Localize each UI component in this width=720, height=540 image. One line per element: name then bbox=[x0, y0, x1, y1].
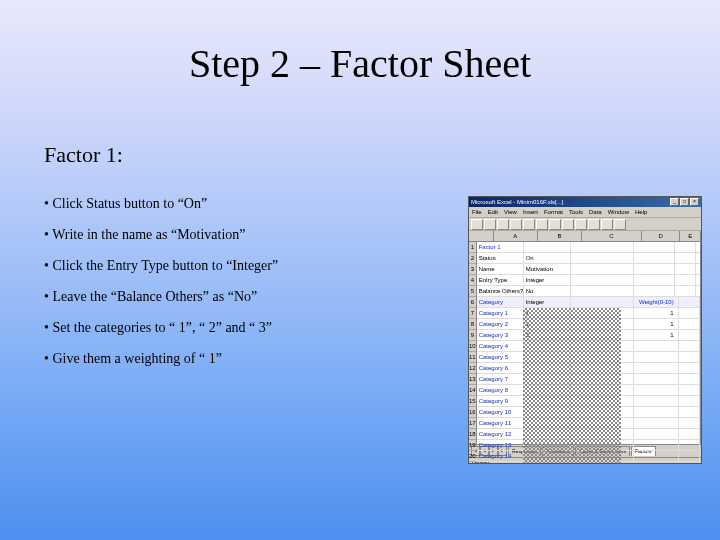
category-label[interactable]: Category 6 bbox=[477, 363, 524, 373]
bullet-list: • Click Status button to “On” • Write in… bbox=[44, 196, 404, 382]
toolbar-button[interactable] bbox=[523, 219, 535, 230]
category-label[interactable]: Category 8 bbox=[477, 385, 524, 395]
toolbar-button[interactable] bbox=[471, 219, 483, 230]
vertical-scrollbar[interactable]: ▴ ▾ bbox=[700, 242, 702, 444]
row-header[interactable]: 19 bbox=[469, 440, 476, 451]
row-header[interactable]: 1 bbox=[469, 242, 476, 253]
category-col-label[interactable]: Category bbox=[477, 297, 524, 307]
toolbar-button[interactable] bbox=[510, 219, 522, 230]
prop-value[interactable]: Motivation bbox=[524, 264, 571, 274]
row-header[interactable]: 4 bbox=[469, 275, 476, 286]
row-header[interactable]: 7 bbox=[469, 308, 476, 319]
column-headers: A B C D E bbox=[469, 231, 701, 242]
row-header[interactable]: 16 bbox=[469, 407, 476, 418]
category-label[interactable]: Category 5 bbox=[477, 352, 524, 362]
menu-tools[interactable]: Tools bbox=[569, 209, 583, 215]
prop-value[interactable]: No bbox=[524, 286, 571, 296]
toolbar-button[interactable] bbox=[484, 219, 496, 230]
menu-file[interactable]: File bbox=[472, 209, 482, 215]
category-value[interactable]: 1 bbox=[524, 308, 571, 318]
grid-body: 1 2 3 4 5 6 7 8 9 10 11 12 13 14 15 16 1… bbox=[469, 242, 701, 444]
row-header[interactable]: 17 bbox=[469, 418, 476, 429]
embedded-screenshot: Microsoft Excel - Minim016F.xls[...] _ □… bbox=[468, 196, 702, 464]
col-header-a[interactable]: A bbox=[494, 231, 538, 241]
toolbar-button[interactable] bbox=[614, 219, 626, 230]
category-value[interactable]: 2 bbox=[524, 319, 571, 329]
prop-label[interactable]: Entry Type bbox=[477, 275, 524, 285]
row-header[interactable]: 6 bbox=[469, 297, 476, 308]
prop-label[interactable]: Status bbox=[477, 253, 524, 263]
category-label[interactable]: Category 9 bbox=[477, 396, 524, 406]
menu-view[interactable]: View bbox=[504, 209, 517, 215]
category-value[interactable]: 3 bbox=[524, 330, 571, 340]
category-label[interactable]: Category 2 bbox=[477, 319, 524, 329]
window-titlebar: Microsoft Excel - Minim016F.xls[...] _ □… bbox=[469, 197, 701, 207]
toolbar-button[interactable] bbox=[588, 219, 600, 230]
toolbar-button[interactable] bbox=[536, 219, 548, 230]
row-header[interactable]: 13 bbox=[469, 374, 476, 385]
scroll-track[interactable] bbox=[701, 252, 702, 434]
toolbar-button[interactable] bbox=[601, 219, 613, 230]
menu-bar: File Edit View Insert Format Tools Data … bbox=[469, 207, 701, 218]
select-all-corner[interactable] bbox=[469, 231, 494, 241]
row-header[interactable]: 14 bbox=[469, 385, 476, 396]
scroll-up-icon[interactable]: ▴ bbox=[701, 242, 702, 252]
toolbar-button[interactable] bbox=[562, 219, 574, 230]
category-label[interactable]: Category 10 bbox=[477, 407, 524, 417]
close-icon[interactable]: × bbox=[690, 198, 699, 206]
row-header[interactable]: 18 bbox=[469, 429, 476, 440]
menu-help[interactable]: Help bbox=[635, 209, 647, 215]
row-header[interactable]: 10 bbox=[469, 341, 476, 352]
bullet-item: • Write in the name as “Motivation” bbox=[44, 227, 404, 243]
row-header[interactable]: 15 bbox=[469, 396, 476, 407]
row-header[interactable]: 9 bbox=[469, 330, 476, 341]
row-header[interactable]: 2 bbox=[469, 253, 476, 264]
menu-insert[interactable]: Insert bbox=[523, 209, 538, 215]
category-weight[interactable]: 1 bbox=[634, 308, 679, 318]
category-col-value[interactable]: Integer bbox=[524, 297, 571, 307]
category-label[interactable]: Category 14 bbox=[477, 451, 524, 461]
category-weight[interactable]: 1 bbox=[634, 319, 679, 329]
row-header[interactable]: 20 bbox=[469, 451, 476, 462]
prop-label[interactable]: Name bbox=[477, 264, 524, 274]
category-label[interactable]: Category 12 bbox=[477, 429, 524, 439]
factor-header-cell[interactable]: Factor 1 bbox=[477, 242, 524, 252]
toolbar-button[interactable] bbox=[575, 219, 587, 230]
prop-value[interactable]: On bbox=[524, 253, 571, 263]
category-label[interactable]: Category 3 bbox=[477, 330, 524, 340]
row-headers: 1 2 3 4 5 6 7 8 9 10 11 12 13 14 15 16 1… bbox=[469, 242, 477, 444]
row-header[interactable]: 11 bbox=[469, 352, 476, 363]
category-label[interactable]: Category 1 bbox=[477, 308, 524, 318]
toolbar-button[interactable] bbox=[549, 219, 561, 230]
menu-data[interactable]: Data bbox=[589, 209, 602, 215]
row-header[interactable]: 8 bbox=[469, 319, 476, 330]
category-label[interactable]: Category 13 bbox=[477, 440, 524, 450]
col-header-d[interactable]: D bbox=[642, 231, 680, 241]
row-header[interactable]: 5 bbox=[469, 286, 476, 297]
category-label[interactable]: Category 11 bbox=[477, 418, 524, 428]
scroll-thumb[interactable] bbox=[701, 252, 702, 284]
prop-label[interactable]: Balance Others? bbox=[477, 286, 524, 296]
col-header-e[interactable]: E bbox=[680, 231, 701, 241]
row-header[interactable]: 3 bbox=[469, 264, 476, 275]
category-label[interactable]: Category 7 bbox=[477, 374, 524, 384]
col-header-c[interactable]: C bbox=[582, 231, 642, 241]
maximize-icon[interactable]: □ bbox=[680, 198, 689, 206]
menu-edit[interactable]: Edit bbox=[488, 209, 498, 215]
slide-subtitle: Factor 1: bbox=[44, 142, 123, 168]
minimize-icon[interactable]: _ bbox=[670, 198, 679, 206]
menu-window[interactable]: Window bbox=[608, 209, 629, 215]
prop-value[interactable]: Integer bbox=[524, 275, 571, 285]
toolbar-button[interactable] bbox=[497, 219, 509, 230]
slide-title: Step 2 – Factor Sheet bbox=[0, 40, 720, 87]
row-header[interactable]: 12 bbox=[469, 363, 476, 374]
category-label[interactable]: Category 4 bbox=[477, 341, 524, 351]
cell-grid[interactable]: Factor 1 Status On Name Motivation Entry… bbox=[477, 242, 700, 444]
bullet-item: • Leave the “Balance Others” as “No” bbox=[44, 289, 404, 305]
category-weight[interactable]: 1 bbox=[634, 330, 679, 340]
category-col-weight[interactable]: Weight(0-10) bbox=[634, 297, 679, 307]
menu-format[interactable]: Format bbox=[544, 209, 563, 215]
col-header-b[interactable]: B bbox=[538, 231, 582, 241]
bullet-item: • Click the Entry Type button to “Intege… bbox=[44, 258, 404, 274]
scroll-down-icon[interactable]: ▾ bbox=[701, 434, 702, 444]
